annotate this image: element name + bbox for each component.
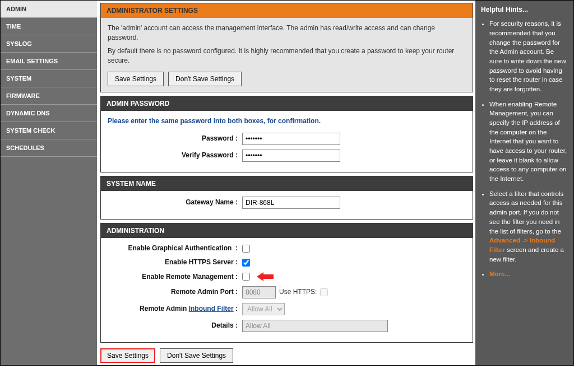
arrow-icon (257, 272, 274, 281)
graphical-auth-checkbox[interactable] (242, 245, 250, 253)
use-https-checkbox[interactable] (320, 288, 328, 296)
remote-port-input[interactable] (242, 286, 276, 298)
panel-body: Enable Graphical Authentication : Enable… (101, 238, 473, 342)
admin-desc-2: By default there is no password configur… (108, 46, 466, 66)
panel-title: ADMINISTRATOR SETTINGS (101, 3, 473, 18)
panel-title: SYSTEM NAME (101, 176, 473, 191)
inbound-filter-select[interactable]: Allow All (242, 303, 285, 315)
main: ADMINISTRATOR SETTINGS The 'admin' accou… (97, 1, 475, 365)
panel-admin-password: ADMIN PASSWORD Please enter the same pas… (100, 96, 473, 172)
graphical-auth-label: Enable Graphical Authentication : (108, 244, 242, 253)
remote-port-label: Remote Admin Port : (108, 287, 242, 297)
hint-item: Select a filter that controls access as … (489, 189, 568, 264)
sidebar-item-admin[interactable]: ADMIN (1, 1, 97, 18)
hint-item: When enabling Remote Management, you can… (489, 100, 568, 184)
https-server-label: Enable HTTPS Server : (108, 258, 242, 267)
remote-mgmt-checkbox[interactable] (242, 273, 250, 281)
panel-administration: ADMINISTRATION Enable Graphical Authenti… (100, 223, 473, 343)
hint-item: For security reasons, it is recommended … (489, 19, 568, 94)
sidebar-item-system-check[interactable]: SYSTEM CHECK (1, 122, 97, 139)
panel-admin-settings: ADMINISTRATOR SETTINGS The 'admin' accou… (100, 3, 473, 92)
sidebar-item-firmware[interactable]: FIRMWARE (1, 87, 97, 105)
panel-system-name: SYSTEM NAME Gateway Name : (100, 176, 473, 220)
details-label: Details : (108, 321, 242, 330)
admin-desc-1: The 'admin' account can access the manag… (108, 24, 466, 43)
panel-title: ADMIN PASSWORD (101, 96, 473, 111)
bottom-button-row: Save Settings Don't Save Settings (100, 346, 473, 363)
sidebar-item-time[interactable]: TIME (1, 18, 97, 35)
dont-save-button-top[interactable]: Don't Save Settings (168, 72, 242, 86)
hints-title: Helpful Hints... (481, 5, 568, 15)
panel-body: Please enter the same password into both… (101, 111, 473, 172)
sidebar-item-syslog[interactable]: SYSLOG (1, 35, 97, 53)
use-https-label: Use HTTPS: (279, 287, 317, 297)
panel-body: Gateway Name : (101, 191, 473, 219)
save-settings-button-top[interactable]: Save Settings (108, 72, 164, 86)
inbound-filter-link[interactable]: Inbound Filter (189, 305, 234, 312)
password-info: Please enter the same password into both… (108, 116, 466, 126)
sidebar: ADMIN TIME SYSLOG EMAIL SETTINGS SYSTEM … (1, 1, 97, 365)
sidebar-item-schedules[interactable]: SCHEDULES (1, 139, 97, 157)
sidebar-item-dynamic-dns[interactable]: DYNAMIC DNS (1, 105, 97, 122)
remote-mgmt-label: Enable Remote Management : (108, 272, 242, 282)
save-settings-button-bottom[interactable]: Save Settings (100, 348, 155, 363)
gateway-name-label: Gateway Name : (108, 198, 242, 207)
https-server-checkbox[interactable] (242, 259, 250, 267)
hint-more[interactable]: More... (489, 269, 568, 279)
dont-save-button-bottom[interactable]: Don't Save Settings (160, 348, 233, 363)
verify-password-input[interactable] (242, 150, 340, 162)
details-input[interactable] (242, 320, 388, 332)
sidebar-item-system[interactable]: SYSTEM (1, 70, 97, 87)
sidebar-item-email-settings[interactable]: EMAIL SETTINGS (1, 53, 97, 70)
password-input[interactable] (242, 133, 340, 145)
password-label: Password : (108, 134, 242, 143)
panel-body: The 'admin' account can access the manag… (101, 18, 473, 92)
gateway-name-input[interactable] (242, 197, 340, 209)
helpful-hints: Helpful Hints... For security reasons, i… (475, 1, 573, 365)
verify-password-label: Verify Password : (108, 151, 242, 160)
panel-title: ADMINISTRATION (101, 223, 473, 238)
inbound-filter-label: Remote Admin Inbound Filter : (108, 304, 242, 314)
